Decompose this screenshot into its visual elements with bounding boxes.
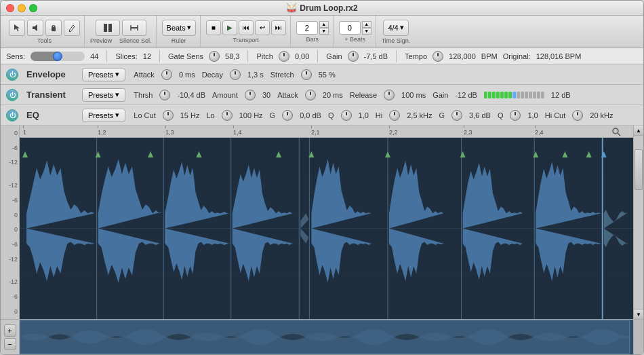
hi-knob[interactable] [389,110,400,121]
bars-down-button[interactable]: ▼ [319,28,329,35]
speaker-tool-button[interactable] [27,20,43,36]
svg-rect-3 [108,24,112,32]
g-knob[interactable] [282,110,293,121]
lock-tool-button[interactable] [45,20,62,36]
hicut-value: 20 kHz [590,111,613,119]
play-button[interactable]: ▶ [222,20,237,35]
transient-gain-value: -12 dB [455,91,477,99]
fastforward-button[interactable]: ⏭ [271,20,286,35]
q2-label: Q [498,111,504,119]
lo-value: 100 Hz [239,111,263,119]
envelope-presets-button[interactable]: Presets ▾ [82,68,125,81]
stretch-knob[interactable] [301,69,312,80]
transport-group: ■ ▶ ⏮ ↩ ⏭ Transport [202,16,291,48]
g2-value: 3,6 dB [469,111,491,119]
transient-presets-button[interactable]: Presets ▾ [82,88,125,102]
attack-knob[interactable] [161,69,172,80]
loop-button[interactable]: ↩ [255,20,270,35]
bars-input[interactable]: 2 [296,21,318,35]
minimize-button[interactable] [18,4,26,12]
waveform-canvas[interactable] [20,138,633,319]
svg-rect-2 [104,24,107,32]
ruler-mark-21: 2,1 [311,126,320,136]
close-button[interactable] [6,4,14,12]
beats-input[interactable]: 0 [339,21,361,35]
scroll-up-button[interactable]: ▲ [634,126,643,136]
silence-sel-button[interactable] [122,20,146,36]
q-knob[interactable] [341,110,352,121]
bars-stepper[interactable]: ▲ ▼ [319,21,329,35]
g-label: G [270,111,276,119]
sens-slider[interactable] [31,52,85,61]
beats-down-button[interactable]: ▼ [362,28,371,35]
tools-label: Tools [37,37,52,44]
svg-rect-0 [33,26,35,29]
tempo-knob[interactable] [432,51,443,62]
ruler-select[interactable]: Beats ▾ [162,20,196,36]
eq-row: ⏻ EQ Presets ▾ Lo Cut 15 Hz Lo 100 Hz G … [1,105,643,126]
waveform-ruler: 1 1,2 1,3 1,4 [20,126,633,138]
thrsh-label: Thrsh [134,91,153,99]
gain-knob[interactable] [348,51,359,62]
amount-label: Amount [212,91,238,99]
hicut-knob[interactable] [572,110,583,121]
bpm-label: BPM [481,52,498,60]
svg-rect-1 [52,27,56,31]
q2-knob[interactable] [510,110,521,121]
pitch-knob[interactable] [279,51,289,62]
sens-thumb[interactable] [53,52,62,61]
beats-label: + Beats [344,36,365,43]
thrsh-knob[interactable] [159,90,170,100]
zoom-controls: + − [1,320,19,354]
transient-attack-knob[interactable] [305,90,316,100]
zoom-out-button[interactable]: − [4,338,16,350]
q2-value: 1,0 [527,111,538,119]
hicut-label: Hi Cut [545,111,566,119]
lo-knob[interactable] [222,110,233,121]
scrollbar-spacer: + − [1,320,20,354]
slices-value: 12 [143,52,151,60]
gain-right-value: 12 dB [551,91,571,99]
eq-presets-button[interactable]: Presets ▾ [82,109,125,122]
transport-label: Transport [233,37,259,43]
rewind-button[interactable]: ⏮ [239,20,254,35]
slices-label: Slices: [115,52,137,60]
eq-power-button[interactable]: ⏻ [6,109,18,122]
decay-label: Decay [202,71,223,79]
g2-knob[interactable] [451,110,462,121]
mini-waveform[interactable] [20,320,633,354]
transient-power-button[interactable]: ⏻ [6,89,18,101]
transient-attack-label: Attack [277,91,298,99]
release-knob[interactable] [384,90,395,100]
preview-button[interactable] [96,20,120,36]
locut-knob[interactable] [163,110,174,121]
bars-up-button[interactable]: ▲ [319,21,329,28]
envelope-label: Envelope [26,69,74,79]
beats-stepper[interactable]: ▲ ▼ [362,21,371,35]
beats-up-button[interactable]: ▲ [362,21,371,28]
maximize-button[interactable] [29,4,37,12]
stop-button[interactable]: ■ [206,20,221,35]
time-sign-label: Time Sign. [382,37,411,44]
scroll-down-button[interactable]: ▼ [634,309,643,319]
sens-label: Sens: [6,52,25,60]
g2-label: G [439,111,445,119]
scroll-track-v[interactable] [634,136,643,309]
right-scrollbar[interactable]: ▲ ▼ [633,126,643,319]
transient-attack-value: 20 ms [323,91,343,99]
release-value: 100 ms [401,91,426,99]
stretch-label: Stretch [270,71,294,79]
waveform-area: 0 -6 -12 -12 -6 0 0 -6 -12 -12 -6 0 [1,126,643,319]
pencil-tool-button[interactable] [64,20,80,36]
decay-knob[interactable] [230,69,241,80]
time-sign-select[interactable]: 4/4 ▾ [383,20,408,36]
gate-sens-knob[interactable] [209,51,220,62]
zoom-in-button[interactable]: + [4,324,16,337]
locut-label: Lo Cut [134,111,155,119]
svg-rect-32 [20,320,630,354]
scroll-thumb-v[interactable] [635,149,643,190]
envelope-power-button[interactable]: ⏻ [6,69,18,81]
amount-knob[interactable] [245,90,256,100]
pitch-label: Pitch [256,52,273,60]
cursor-tool-button[interactable] [9,20,25,36]
